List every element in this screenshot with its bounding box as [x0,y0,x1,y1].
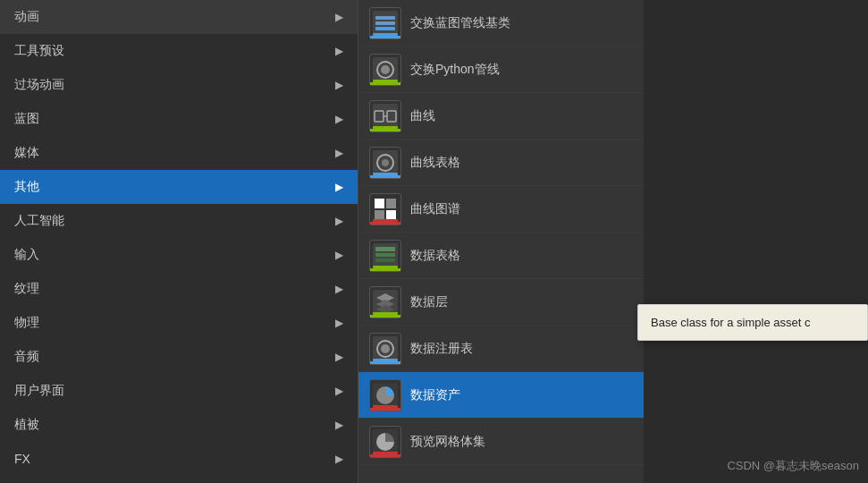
sidebar-item-input[interactable]: 输入▶ [0,238,358,272]
content-panel: 交换蓝图管线基类 交换Python管线 曲线 曲线表格 曲线图谱 [358,0,644,483]
data-table-icon [369,240,401,272]
sidebar-item-texture[interactable]: 纹理▶ [0,272,358,306]
arrow-icon: ▶ [335,419,343,431]
sidebar-item-ui[interactable]: 用户界面▶ [0,374,358,408]
content-item-label: 曲线图谱 [410,201,460,217]
content-item-curve-atlas[interactable]: 曲线图谱 [358,186,644,233]
sidebar-item-gameplay[interactable]: Gameplay▶ [0,476,358,483]
content-item-exchange-python-pipeline[interactable]: 交换Python管线 [358,47,644,93]
sidebar-item-transition-animation[interactable]: 过场动画▶ [0,68,358,102]
sidebar-item-label: 植被 [14,417,39,433]
arrow-icon: ▶ [335,385,343,397]
content-item-label: 曲线 [410,108,435,124]
arrow-icon: ▶ [335,249,343,261]
content-item-label: 预览网格体集 [410,434,485,450]
svg-rect-20 [386,199,396,208]
arrow-icon: ▶ [335,113,343,125]
content-item-label: 交换Python管线 [410,62,500,78]
sidebar-item-label: 动画 [14,9,39,25]
svg-point-16 [382,159,389,166]
svg-rect-17 [373,173,398,175]
python-icon [369,54,401,86]
curve-atlas-icon [369,193,401,225]
arrow-icon: ▶ [335,317,343,329]
svg-rect-23 [373,219,398,222]
svg-rect-41 [373,452,398,454]
sidebar-item-label: 输入 [14,247,39,263]
content-item-data-layer[interactable]: 数据层 [358,279,644,326]
svg-rect-22 [386,210,396,220]
sidebar-item-label: FX [14,452,30,466]
svg-rect-39 [373,405,398,408]
sidebar-item-label: 物理 [14,315,39,331]
sidebar-item-animation[interactable]: 动画▶ [0,0,358,34]
tooltip-text: Base class for a simple asset c [651,316,810,329]
sidebar-item-tools-preset[interactable]: 工具预设▶ [0,34,358,68]
svg-rect-28 [373,266,398,268]
preview-mesh-icon [369,426,401,458]
content-item-label: 数据注册表 [410,341,473,357]
sidebar-item-label: 蓝图 [14,111,39,127]
content-item-data-asset[interactable]: 数据资产 [358,372,644,419]
arrow-icon: ▶ [335,45,343,57]
content-item-label: 数据层 [410,294,448,310]
sidebar-item-label: 媒体 [14,145,39,161]
curve-table-icon [369,147,401,179]
sidebar-item-audio[interactable]: 音频▶ [0,340,358,374]
content-item-label: 数据表格 [410,248,460,264]
svg-rect-25 [375,247,395,251]
content-item-data-registry[interactable]: 数据注册表 [358,326,644,372]
content-item-label: 曲线表格 [410,155,460,171]
svg-rect-19 [375,199,384,208]
arrow-icon: ▶ [335,453,343,465]
svg-point-7 [381,65,390,74]
svg-rect-1 [375,16,395,20]
svg-rect-33 [373,312,398,315]
svg-rect-13 [373,126,398,129]
svg-rect-27 [375,258,395,262]
svg-rect-3 [375,27,395,30]
sidebar-item-foliage[interactable]: 植被▶ [0,408,358,442]
arrow-icon: ▶ [335,351,343,363]
svg-rect-26 [375,253,395,257]
data-asset-icon [369,379,401,411]
content-item-exchange-blueprint-pipeline[interactable]: 交换蓝图管线基类 [358,0,644,47]
sidebar-item-media[interactable]: 媒体▶ [0,136,358,170]
blue-pipeline-icon [369,7,401,39]
svg-point-36 [381,344,390,353]
sidebar-item-fx[interactable]: FX▶ [0,442,358,476]
sidebar-item-label: 音频 [14,349,39,365]
content-item-label: 数据资产 [410,387,460,403]
content-item-label: 交换蓝图管线基类 [410,15,510,31]
sidebar-item-label: 用户界面 [14,383,64,399]
content-item-curve[interactable]: 曲线 [358,93,644,140]
sidebar-item-label: 工具预设 [14,43,64,59]
content-item-preview-mesh-collection[interactable]: 预览网格体集 [358,419,644,465]
sidebar-item-blueprint[interactable]: 蓝图▶ [0,102,358,136]
sidebar-item-label: 其他 [14,179,39,195]
svg-rect-4 [373,33,398,36]
sidebar-item-label: 人工智能 [14,213,64,229]
arrow-icon: ▶ [335,79,343,91]
sidebar: 动画▶工具预设▶过场动画▶蓝图▶媒体▶其他▶人工智能▶输入▶纹理▶物理▶音频▶用… [0,0,358,483]
arrow-icon: ▶ [335,283,343,295]
sidebar-item-physics[interactable]: 物理▶ [0,306,358,340]
arrow-icon: ▶ [335,215,343,227]
arrow-icon: ▶ [335,11,343,23]
content-item-data-table[interactable]: 数据表格 [358,233,644,279]
watermark: CSDN @暮志未晚season [727,458,859,474]
sidebar-item-label: 过场动画 [14,77,64,93]
curve-icon [369,100,401,132]
sidebar-item-ai[interactable]: 人工智能▶ [0,204,358,238]
svg-rect-37 [373,359,398,361]
sidebar-item-label: 纹理 [14,281,39,297]
svg-rect-2 [375,21,395,25]
tooltip-panel: Base class for a simple asset c [637,304,868,341]
content-item-curve-table[interactable]: 曲线表格 [358,140,644,186]
data-layer-icon [369,286,401,318]
data-registry-icon [369,333,401,365]
sidebar-item-other[interactable]: 其他▶ [0,170,358,204]
svg-rect-8 [373,80,398,82]
arrow-icon: ▶ [335,147,343,159]
svg-rect-21 [375,210,384,220]
